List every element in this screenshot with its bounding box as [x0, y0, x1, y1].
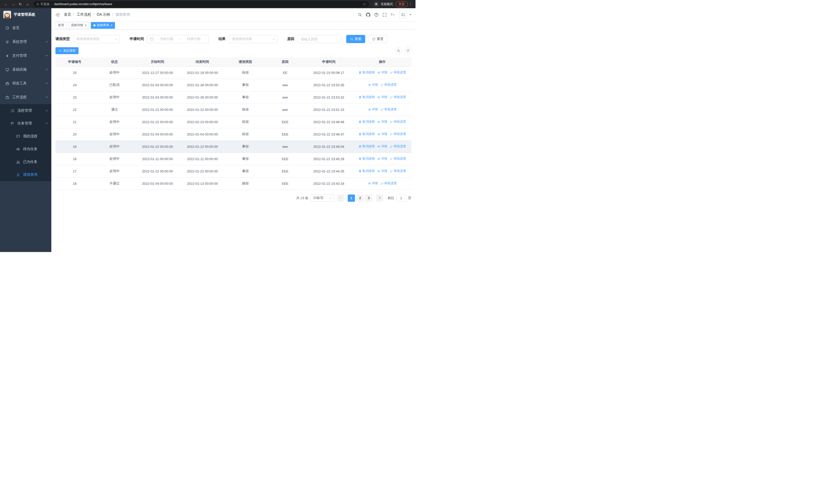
- tab-leave-query[interactable]: 请假查询×: [91, 22, 115, 29]
- sidebar-item-my-process[interactable]: 我的流程: [0, 130, 51, 143]
- page-size-select[interactable]: 10条/页: [311, 195, 334, 202]
- reason-input[interactable]: [301, 37, 338, 41]
- prev-page-button[interactable]: [337, 195, 344, 202]
- sidebar-item-dev-tools[interactable]: 研发工具: [0, 77, 51, 90]
- cancel-leave-link[interactable]: 取消请假: [359, 144, 375, 149]
- navbar: 首页 / 工作流程 / OA 示例 / 请假查询 TT: [51, 8, 416, 21]
- detail-link-label: 详情: [372, 107, 378, 112]
- page-button-1[interactable]: 1: [348, 195, 355, 202]
- forward-icon[interactable]: →: [10, 1, 17, 7]
- cell-end-time: 2022-01-22 00:00:00: [180, 103, 225, 116]
- cell-reason: EEE: [266, 177, 305, 190]
- cell-reason: eee: [266, 91, 305, 103]
- approval-progress-link[interactable]: 审批进度: [390, 120, 406, 124]
- cancel-leave-link[interactable]: 取消请假: [359, 70, 375, 75]
- url-text: dashboard.yudao.iocoder.cn/bpm/oa/leave: [54, 2, 361, 6]
- detail-link[interactable]: 详情: [377, 120, 387, 124]
- trash-icon: [359, 96, 362, 99]
- sidebar-item-payment[interactable]: ¥支付管理: [0, 49, 51, 63]
- sidebar-item-infrastructure[interactable]: 基础设施: [0, 63, 51, 77]
- user-menu-caret-icon[interactable]: [409, 14, 411, 16]
- sidebar-item-home[interactable]: 首页: [0, 21, 51, 35]
- cancel-leave-link[interactable]: 取消请假: [359, 95, 375, 99]
- cancel-leave-link[interactable]: 取消请假: [359, 120, 375, 124]
- detail-link[interactable]: 详情: [377, 95, 387, 99]
- breadcrumb-item-workflow[interactable]: 工作流程: [77, 12, 91, 17]
- close-tab-icon[interactable]: ×: [111, 24, 113, 27]
- eye-icon: [377, 157, 380, 160]
- sidebar-item-leave-query[interactable]: 请假查询: [0, 168, 51, 181]
- detail-link[interactable]: 详情: [368, 181, 378, 185]
- cell-actions: 详情审批进度: [353, 177, 411, 190]
- goto-page-input[interactable]: [396, 195, 406, 202]
- sidebar-item-task-management[interactable]: 任务管理: [0, 117, 51, 130]
- breadcrumb-item-home[interactable]: 首页: [64, 12, 71, 17]
- detail-link[interactable]: 详情: [368, 107, 378, 112]
- github-icon[interactable]: [365, 11, 372, 18]
- approval-progress-link[interactable]: 审批进度: [390, 144, 406, 149]
- user-avatar[interactable]: [399, 11, 407, 19]
- cancel-leave-link[interactable]: 取消请假: [359, 156, 375, 161]
- next-page-button[interactable]: [376, 195, 383, 202]
- apply-time-label: 申请时间: [130, 37, 144, 41]
- approval-progress-link[interactable]: 审批进度: [390, 132, 406, 136]
- create-leave-button[interactable]: 发起请假: [55, 47, 79, 54]
- tab-home[interactable]: 首页: [55, 22, 67, 29]
- detail-link[interactable]: 详情: [368, 83, 378, 87]
- approval-progress-link[interactable]: 审批进度: [381, 107, 397, 112]
- sidebar-item-workflow[interactable]: 工作流程: [0, 90, 51, 104]
- close-tab-icon[interactable]: ×: [85, 24, 87, 27]
- breadcrumb-item-oa-example[interactable]: OA 示例: [97, 12, 110, 17]
- detail-link[interactable]: 详情: [377, 144, 387, 149]
- toggle-search-button[interactable]: [395, 47, 402, 54]
- cancel-leave-link[interactable]: 取消请假: [359, 169, 375, 173]
- sidebar-item-done-tasks[interactable]: 已办任务: [0, 155, 51, 168]
- refresh-table-button[interactable]: [404, 47, 411, 54]
- security-warning[interactable]: ⚠ 不安全: [36, 2, 50, 6]
- trash-icon: [359, 133, 362, 136]
- page-button-2[interactable]: 2: [356, 195, 364, 202]
- leave-type-label: 请假类型: [55, 37, 70, 41]
- fullscreen-icon[interactable]: [381, 11, 388, 18]
- date-range-picker[interactable]: 开始日期 - 结束日期: [147, 35, 209, 43]
- cell-id: 20: [55, 128, 94, 140]
- leave-type-select[interactable]: 请选择请假类型: [73, 35, 120, 43]
- address-bar[interactable]: ⚠ 不安全 dashboard.yudao.iocoder.cn/bpm/oa/…: [33, 1, 369, 7]
- reset-button[interactable]: 重置: [368, 35, 387, 43]
- approval-progress-link[interactable]: 审批进度: [390, 95, 406, 99]
- approval-progress-link[interactable]: 审批进度: [390, 169, 406, 173]
- monitor-icon: [5, 68, 9, 71]
- page-button-3[interactable]: 3: [365, 195, 372, 202]
- home-icon[interactable]: ⌂: [24, 1, 31, 7]
- approval-progress-link[interactable]: 审批进度: [381, 83, 397, 87]
- help-icon[interactable]: [373, 11, 380, 18]
- detail-link[interactable]: 详情: [377, 169, 387, 173]
- sidebar-item-todo-tasks[interactable]: 待办任务: [0, 143, 51, 155]
- reload-icon[interactable]: ↻: [17, 1, 24, 7]
- header-search-icon[interactable]: [356, 11, 364, 18]
- font-size-icon[interactable]: TT: [389, 11, 396, 18]
- browser-menu-icon[interactable]: ⋮: [408, 2, 413, 6]
- chevron-up-icon: [46, 123, 48, 125]
- sidebar-fold-icon[interactable]: [55, 12, 60, 17]
- sidebar-item-system[interactable]: 系统管理: [0, 35, 51, 49]
- browser-update-button[interactable]: 更新: [396, 1, 408, 7]
- back-icon[interactable]: ←: [3, 1, 9, 7]
- approval-progress-link[interactable]: 审批进度: [390, 70, 406, 75]
- result-select[interactable]: 请选择流结果: [229, 35, 278, 43]
- app-logo[interactable]: 芋道管理系统: [0, 8, 51, 21]
- approval-progress-link[interactable]: 审批进度: [390, 156, 406, 161]
- detail-link[interactable]: 详情: [377, 132, 387, 136]
- detail-link[interactable]: 详情: [377, 70, 387, 75]
- sidebar-item-process-management[interactable]: 流程管理: [0, 104, 51, 117]
- cell-actions: 取消请假详情审批进度: [353, 165, 411, 177]
- tab-process-detail[interactable]: 流程详情×: [68, 22, 89, 29]
- table-row-25: 25处理中2021-12-27 00:00:002022-01-19 00:00…: [55, 66, 411, 79]
- detail-link[interactable]: 详情: [377, 156, 387, 161]
- search-button[interactable]: 搜索: [346, 35, 365, 43]
- bookmark-star-icon[interactable]: ☆: [363, 2, 366, 6]
- cancel-leave-link[interactable]: 取消请假: [359, 132, 375, 136]
- chat-icon: [16, 135, 20, 138]
- detail-link-label: 详情: [372, 83, 378, 87]
- approval-progress-link[interactable]: 审批进度: [381, 181, 397, 185]
